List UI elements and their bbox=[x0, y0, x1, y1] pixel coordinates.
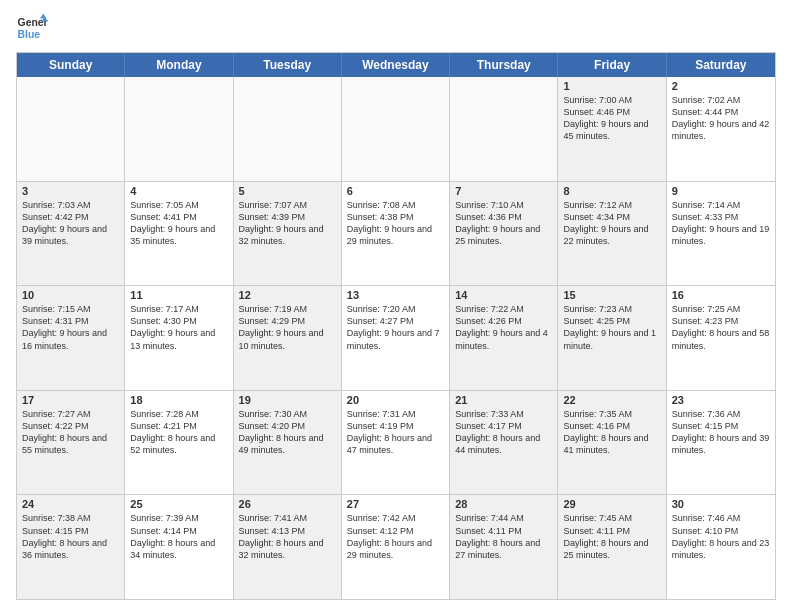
svg-marker-2 bbox=[40, 14, 46, 19]
weekday-header: Wednesday bbox=[342, 53, 450, 77]
weekday-header: Thursday bbox=[450, 53, 558, 77]
day-number: 29 bbox=[563, 498, 660, 510]
day-number: 12 bbox=[239, 289, 336, 301]
day-info: Sunrise: 7:00 AM Sunset: 4:46 PM Dayligh… bbox=[563, 94, 660, 143]
day-number: 5 bbox=[239, 185, 336, 197]
calendar-cell: 22Sunrise: 7:35 AM Sunset: 4:16 PM Dayli… bbox=[558, 391, 666, 495]
day-number: 18 bbox=[130, 394, 227, 406]
calendar-cell bbox=[125, 77, 233, 181]
header: General Blue bbox=[16, 12, 776, 44]
calendar-cell: 9Sunrise: 7:14 AM Sunset: 4:33 PM Daylig… bbox=[667, 182, 775, 286]
day-info: Sunrise: 7:28 AM Sunset: 4:21 PM Dayligh… bbox=[130, 408, 227, 457]
day-number: 19 bbox=[239, 394, 336, 406]
day-number: 1 bbox=[563, 80, 660, 92]
day-info: Sunrise: 7:10 AM Sunset: 4:36 PM Dayligh… bbox=[455, 199, 552, 248]
calendar-cell: 12Sunrise: 7:19 AM Sunset: 4:29 PM Dayli… bbox=[234, 286, 342, 390]
calendar-cell: 6Sunrise: 7:08 AM Sunset: 4:38 PM Daylig… bbox=[342, 182, 450, 286]
day-info: Sunrise: 7:42 AM Sunset: 4:12 PM Dayligh… bbox=[347, 512, 444, 561]
logo: General Blue bbox=[16, 12, 48, 44]
weekday-header: Saturday bbox=[667, 53, 775, 77]
day-number: 16 bbox=[672, 289, 770, 301]
day-number: 21 bbox=[455, 394, 552, 406]
day-number: 6 bbox=[347, 185, 444, 197]
day-number: 26 bbox=[239, 498, 336, 510]
calendar-cell: 13Sunrise: 7:20 AM Sunset: 4:27 PM Dayli… bbox=[342, 286, 450, 390]
day-number: 3 bbox=[22, 185, 119, 197]
day-number: 20 bbox=[347, 394, 444, 406]
calendar-row: 10Sunrise: 7:15 AM Sunset: 4:31 PM Dayli… bbox=[17, 286, 775, 391]
day-info: Sunrise: 7:36 AM Sunset: 4:15 PM Dayligh… bbox=[672, 408, 770, 457]
calendar-cell: 4Sunrise: 7:05 AM Sunset: 4:41 PM Daylig… bbox=[125, 182, 233, 286]
day-info: Sunrise: 7:41 AM Sunset: 4:13 PM Dayligh… bbox=[239, 512, 336, 561]
calendar-cell: 28Sunrise: 7:44 AM Sunset: 4:11 PM Dayli… bbox=[450, 495, 558, 599]
calendar-cell: 1Sunrise: 7:00 AM Sunset: 4:46 PM Daylig… bbox=[558, 77, 666, 181]
day-info: Sunrise: 7:35 AM Sunset: 4:16 PM Dayligh… bbox=[563, 408, 660, 457]
day-number: 30 bbox=[672, 498, 770, 510]
day-number: 2 bbox=[672, 80, 770, 92]
calendar-cell: 27Sunrise: 7:42 AM Sunset: 4:12 PM Dayli… bbox=[342, 495, 450, 599]
calendar: SundayMondayTuesdayWednesdayThursdayFrid… bbox=[16, 52, 776, 600]
day-info: Sunrise: 7:12 AM Sunset: 4:34 PM Dayligh… bbox=[563, 199, 660, 248]
day-info: Sunrise: 7:02 AM Sunset: 4:44 PM Dayligh… bbox=[672, 94, 770, 143]
calendar-cell: 29Sunrise: 7:45 AM Sunset: 4:11 PM Dayli… bbox=[558, 495, 666, 599]
calendar-cell: 24Sunrise: 7:38 AM Sunset: 4:15 PM Dayli… bbox=[17, 495, 125, 599]
day-info: Sunrise: 7:23 AM Sunset: 4:25 PM Dayligh… bbox=[563, 303, 660, 352]
day-info: Sunrise: 7:17 AM Sunset: 4:30 PM Dayligh… bbox=[130, 303, 227, 352]
calendar-cell: 17Sunrise: 7:27 AM Sunset: 4:22 PM Dayli… bbox=[17, 391, 125, 495]
day-info: Sunrise: 7:15 AM Sunset: 4:31 PM Dayligh… bbox=[22, 303, 119, 352]
day-info: Sunrise: 7:03 AM Sunset: 4:42 PM Dayligh… bbox=[22, 199, 119, 248]
day-number: 27 bbox=[347, 498, 444, 510]
calendar-cell: 15Sunrise: 7:23 AM Sunset: 4:25 PM Dayli… bbox=[558, 286, 666, 390]
calendar-cell bbox=[342, 77, 450, 181]
day-info: Sunrise: 7:07 AM Sunset: 4:39 PM Dayligh… bbox=[239, 199, 336, 248]
calendar-cell: 14Sunrise: 7:22 AM Sunset: 4:26 PM Dayli… bbox=[450, 286, 558, 390]
day-info: Sunrise: 7:44 AM Sunset: 4:11 PM Dayligh… bbox=[455, 512, 552, 561]
day-number: 17 bbox=[22, 394, 119, 406]
day-info: Sunrise: 7:39 AM Sunset: 4:14 PM Dayligh… bbox=[130, 512, 227, 561]
day-info: Sunrise: 7:38 AM Sunset: 4:15 PM Dayligh… bbox=[22, 512, 119, 561]
day-info: Sunrise: 7:22 AM Sunset: 4:26 PM Dayligh… bbox=[455, 303, 552, 352]
calendar-header: SundayMondayTuesdayWednesdayThursdayFrid… bbox=[17, 53, 775, 77]
day-info: Sunrise: 7:33 AM Sunset: 4:17 PM Dayligh… bbox=[455, 408, 552, 457]
weekday-header: Tuesday bbox=[234, 53, 342, 77]
day-number: 24 bbox=[22, 498, 119, 510]
day-number: 25 bbox=[130, 498, 227, 510]
day-number: 8 bbox=[563, 185, 660, 197]
calendar-cell bbox=[17, 77, 125, 181]
day-number: 14 bbox=[455, 289, 552, 301]
day-info: Sunrise: 7:27 AM Sunset: 4:22 PM Dayligh… bbox=[22, 408, 119, 457]
day-info: Sunrise: 7:25 AM Sunset: 4:23 PM Dayligh… bbox=[672, 303, 770, 352]
day-info: Sunrise: 7:46 AM Sunset: 4:10 PM Dayligh… bbox=[672, 512, 770, 561]
day-number: 13 bbox=[347, 289, 444, 301]
day-info: Sunrise: 7:14 AM Sunset: 4:33 PM Dayligh… bbox=[672, 199, 770, 248]
calendar-cell: 3Sunrise: 7:03 AM Sunset: 4:42 PM Daylig… bbox=[17, 182, 125, 286]
svg-text:Blue: Blue bbox=[18, 29, 41, 40]
calendar-cell: 16Sunrise: 7:25 AM Sunset: 4:23 PM Dayli… bbox=[667, 286, 775, 390]
calendar-cell: 23Sunrise: 7:36 AM Sunset: 4:15 PM Dayli… bbox=[667, 391, 775, 495]
calendar-cell: 11Sunrise: 7:17 AM Sunset: 4:30 PM Dayli… bbox=[125, 286, 233, 390]
day-info: Sunrise: 7:30 AM Sunset: 4:20 PM Dayligh… bbox=[239, 408, 336, 457]
day-info: Sunrise: 7:20 AM Sunset: 4:27 PM Dayligh… bbox=[347, 303, 444, 352]
day-number: 9 bbox=[672, 185, 770, 197]
day-info: Sunrise: 7:05 AM Sunset: 4:41 PM Dayligh… bbox=[130, 199, 227, 248]
calendar-cell: 26Sunrise: 7:41 AM Sunset: 4:13 PM Dayli… bbox=[234, 495, 342, 599]
weekday-header: Sunday bbox=[17, 53, 125, 77]
calendar-row: 1Sunrise: 7:00 AM Sunset: 4:46 PM Daylig… bbox=[17, 77, 775, 182]
calendar-cell bbox=[450, 77, 558, 181]
calendar-cell: 19Sunrise: 7:30 AM Sunset: 4:20 PM Dayli… bbox=[234, 391, 342, 495]
calendar-cell: 2Sunrise: 7:02 AM Sunset: 4:44 PM Daylig… bbox=[667, 77, 775, 181]
calendar-row: 17Sunrise: 7:27 AM Sunset: 4:22 PM Dayli… bbox=[17, 391, 775, 496]
day-info: Sunrise: 7:19 AM Sunset: 4:29 PM Dayligh… bbox=[239, 303, 336, 352]
day-number: 7 bbox=[455, 185, 552, 197]
calendar-row: 3Sunrise: 7:03 AM Sunset: 4:42 PM Daylig… bbox=[17, 182, 775, 287]
calendar-cell: 30Sunrise: 7:46 AM Sunset: 4:10 PM Dayli… bbox=[667, 495, 775, 599]
calendar-cell: 10Sunrise: 7:15 AM Sunset: 4:31 PM Dayli… bbox=[17, 286, 125, 390]
day-number: 11 bbox=[130, 289, 227, 301]
weekday-header: Monday bbox=[125, 53, 233, 77]
calendar-cell: 25Sunrise: 7:39 AM Sunset: 4:14 PM Dayli… bbox=[125, 495, 233, 599]
day-number: 4 bbox=[130, 185, 227, 197]
calendar-cell bbox=[234, 77, 342, 181]
day-info: Sunrise: 7:45 AM Sunset: 4:11 PM Dayligh… bbox=[563, 512, 660, 561]
calendar-cell: 21Sunrise: 7:33 AM Sunset: 4:17 PM Dayli… bbox=[450, 391, 558, 495]
day-info: Sunrise: 7:31 AM Sunset: 4:19 PM Dayligh… bbox=[347, 408, 444, 457]
